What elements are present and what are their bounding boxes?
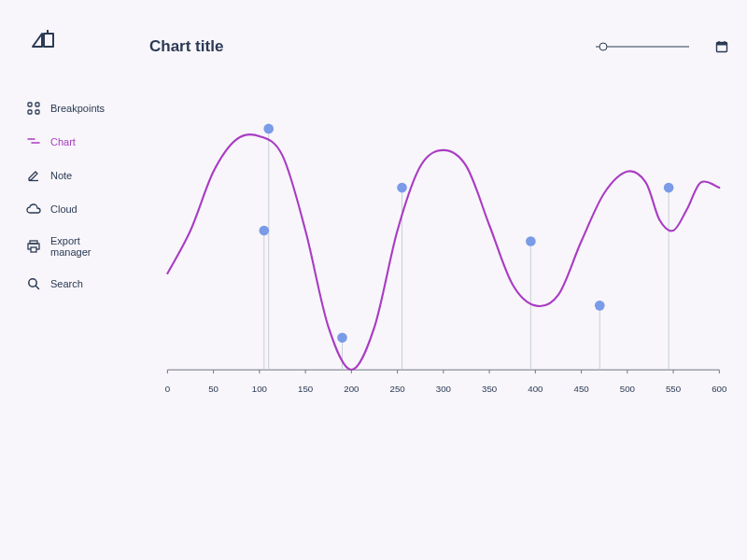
sidebar-item-search[interactable]: Search bbox=[22, 267, 125, 301]
x-tick-label: 450 bbox=[574, 384, 589, 394]
page-title: Chart title bbox=[149, 37, 223, 56]
sidebar-item-breakpoints[interactable]: Breakpoints bbox=[22, 91, 125, 125]
data-marker[interactable] bbox=[664, 183, 674, 193]
svg-rect-0 bbox=[28, 103, 32, 106]
calendar-icon[interactable] bbox=[715, 40, 728, 53]
data-marker[interactable] bbox=[397, 183, 407, 193]
chart-icon bbox=[26, 134, 41, 149]
x-tick-label: 0 bbox=[165, 384, 170, 394]
line-chart: 050100150200250300350400450500550600 bbox=[149, 93, 728, 429]
x-tick-label: 600 bbox=[712, 384, 726, 394]
curve-line bbox=[167, 134, 719, 370]
data-marker[interactable] bbox=[595, 301, 605, 311]
x-tick-label: 350 bbox=[482, 384, 497, 394]
header-controls bbox=[596, 40, 728, 53]
app-logo bbox=[30, 28, 125, 58]
range-slider[interactable] bbox=[596, 41, 689, 52]
data-marker[interactable] bbox=[259, 226, 269, 236]
slider-thumb[interactable] bbox=[599, 43, 608, 51]
data-marker[interactable] bbox=[526, 236, 536, 246]
search-icon bbox=[26, 276, 41, 291]
chart-area: 050100150200250300350400450500550600 bbox=[149, 93, 728, 560]
sidebar-item-label: Cloud bbox=[50, 203, 78, 215]
svg-rect-13 bbox=[717, 43, 727, 46]
printer-icon bbox=[26, 239, 41, 254]
sidebar-item-cloud[interactable]: Cloud bbox=[22, 192, 125, 226]
grid-icon bbox=[26, 101, 41, 116]
slider-track bbox=[596, 47, 689, 48]
sidebar: Breakpoints Chart Note bbox=[0, 0, 140, 560]
data-marker[interactable] bbox=[263, 124, 274, 134]
sidebar-item-label: Note bbox=[50, 170, 72, 181]
pencil-icon bbox=[26, 168, 41, 183]
x-tick-label: 300 bbox=[436, 384, 451, 394]
x-tick-label: 100 bbox=[252, 384, 267, 394]
svg-rect-9 bbox=[31, 247, 36, 252]
x-tick-label: 200 bbox=[344, 384, 359, 394]
sidebar-item-label: Chart bbox=[50, 136, 76, 147]
main-content: Chart title 0501001502002503003504004 bbox=[140, 0, 747, 560]
x-tick-label: 50 bbox=[208, 384, 218, 394]
data-marker[interactable] bbox=[337, 332, 347, 343]
svg-line-11 bbox=[35, 286, 38, 288]
sidebar-item-label: Search bbox=[50, 278, 83, 289]
svg-rect-1 bbox=[35, 103, 39, 106]
svg-rect-2 bbox=[28, 110, 32, 114]
cloud-icon bbox=[26, 202, 41, 217]
svg-rect-3 bbox=[35, 110, 39, 114]
sidebar-item-export-manager[interactable]: Export manager bbox=[22, 226, 125, 267]
x-tick-label: 500 bbox=[620, 384, 635, 394]
x-tick-label: 150 bbox=[298, 384, 313, 394]
sidebar-item-label: Breakpoints bbox=[50, 103, 105, 114]
x-tick-label: 550 bbox=[666, 384, 681, 394]
sidebar-item-note[interactable]: Note bbox=[22, 159, 125, 192]
header: Chart title bbox=[149, 37, 728, 56]
sidebar-item-label: Export manager bbox=[50, 235, 121, 258]
x-tick-label: 250 bbox=[390, 384, 405, 394]
sidebar-item-chart[interactable]: Chart bbox=[22, 125, 125, 159]
x-tick-label: 400 bbox=[528, 384, 543, 394]
